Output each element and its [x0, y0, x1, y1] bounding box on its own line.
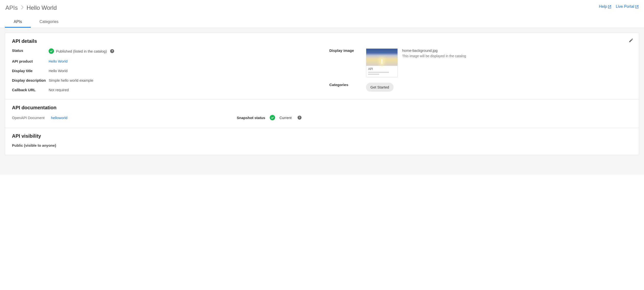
api-visibility-title: API visibility [12, 133, 632, 139]
help-link[interactable]: Help [599, 5, 612, 9]
breadcrumb-current: Hello World [27, 5, 57, 11]
categories-label: Categories [329, 83, 366, 87]
help-icon[interactable]: ? [110, 49, 114, 53]
display-image-description: This image will be displayed in the cata… [402, 54, 466, 58]
callback-url-value: Not required [48, 88, 69, 92]
status-value: Published (listed in the catalog) [56, 49, 107, 53]
api-visibility-value: Public (visible to anyone) [12, 143, 632, 147]
display-image-thumbnail [366, 49, 398, 66]
external-link-icon [608, 5, 611, 9]
display-description-value: Simple hello world example [48, 78, 93, 82]
snapshot-status-value: Current [280, 116, 292, 120]
display-title-value: Hello World [48, 69, 68, 73]
status-label: Status [12, 48, 48, 53]
help-icon[interactable]: ? [298, 116, 302, 120]
api-product-link[interactable]: Hello World [48, 59, 68, 63]
chevron-right-icon [21, 5, 24, 11]
callback-url-label: Callback URL [12, 88, 48, 92]
tabs: APIs Categories [0, 17, 644, 28]
breadcrumb: APIs Hello World [5, 5, 57, 11]
live-portal-link[interactable]: Live Portal [616, 5, 639, 9]
edit-icon[interactable] [628, 38, 634, 44]
openapi-document-link[interactable]: helloworld [51, 116, 68, 120]
check-circle-icon [270, 115, 275, 120]
api-documentation-title: API documentation [12, 105, 632, 111]
check-circle-icon [48, 48, 54, 54]
display-title-label: Display title [12, 69, 48, 73]
api-details-title: API details [12, 38, 632, 44]
display-image-preview: API [366, 48, 398, 77]
display-image-caption: API [368, 67, 373, 71]
display-description-label: Display description [12, 78, 48, 82]
api-visibility-section: API visibility Public (visible to anyone… [5, 128, 639, 155]
snapshot-status-label: Snapshot status [237, 116, 265, 120]
display-image-label: Display image [329, 48, 366, 53]
api-details-section: API details Status Published (listed in … [5, 33, 639, 100]
display-image-filename: home-background.jpg [402, 48, 466, 53]
tab-categories[interactable]: Categories [31, 17, 67, 28]
tab-apis[interactable]: APIs [5, 17, 31, 28]
live-portal-link-label: Live Portal [616, 5, 634, 9]
category-chip[interactable]: Get Started [366, 83, 394, 92]
api-documentation-section: API documentation OpenAPI Document hello… [5, 100, 639, 128]
breadcrumb-root[interactable]: APIs [5, 5, 18, 11]
external-link-icon [635, 5, 639, 9]
help-link-label: Help [599, 5, 607, 9]
api-product-label: API product [12, 59, 48, 63]
openapi-document-label: OpenAPI Document [12, 116, 44, 120]
